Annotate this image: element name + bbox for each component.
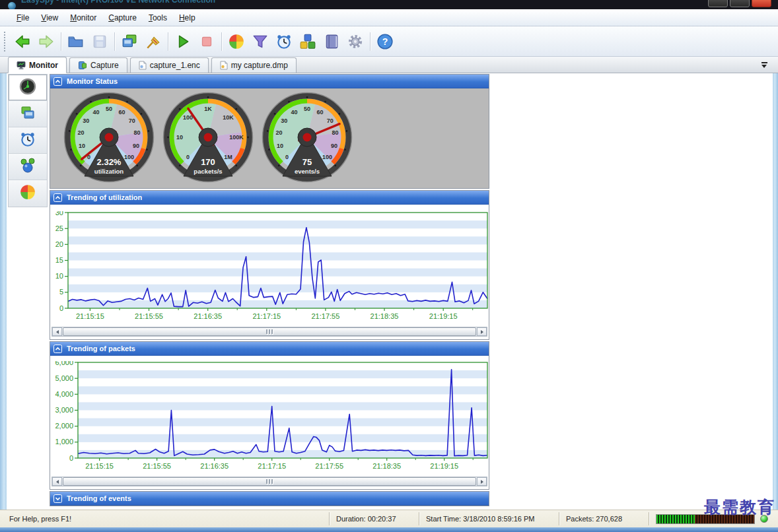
horizontal-scrollbar[interactable]: [52, 477, 487, 486]
menu-bar: File View Monitor Capture Tools Help: [0, 9, 778, 26]
help-icon: ?: [376, 33, 394, 50]
tab-overflow-dropdown-icon[interactable]: [761, 61, 769, 69]
y-axis-label: 0: [69, 454, 73, 462]
gauge-tick-label: 30: [83, 117, 89, 124]
x-axis-label: 21:15:15: [76, 312, 104, 320]
minimize-button[interactable]: [708, 0, 728, 7]
panel-header-monitor-status[interactable]: Monitor Status: [50, 75, 489, 88]
svg-text:?: ?: [382, 36, 388, 47]
x-axis-label: 21:18:35: [372, 462, 401, 470]
panel-title: Trending of packets: [67, 345, 135, 352]
gauge-tick-label: 0: [186, 154, 190, 160]
panel-monitor-status: Monitor Status 01020304050607080901002.3…: [50, 74, 489, 189]
alarm-clock-icon: [19, 131, 36, 150]
tab-label: Monitor: [29, 61, 58, 70]
menu-monitor[interactable]: Monitor: [64, 11, 102, 25]
statistics-button[interactable]: [296, 30, 320, 53]
sidebar-item-statistics[interactable]: [9, 180, 47, 207]
collapse-icon[interactable]: [53, 77, 62, 86]
sidebar-item-monitor-status[interactable]: [9, 75, 47, 101]
gauge-tick-label: 30: [281, 117, 287, 124]
save-icon: [91, 33, 108, 50]
stop-icon: [198, 33, 215, 50]
menu-tools[interactable]: Tools: [143, 11, 173, 25]
log-button[interactable]: [320, 30, 343, 53]
status-duration: Duration: 00:20:37: [329, 512, 419, 525]
help-button[interactable]: ?: [373, 30, 397, 53]
y-axis-label: 5: [59, 288, 63, 296]
collapse-icon[interactable]: [53, 193, 62, 202]
panel-header-trending-packets[interactable]: Trending of packets: [50, 342, 489, 356]
gauge-tick-label: 100: [124, 154, 134, 160]
sidebar-item-events[interactable]: [9, 154, 47, 180]
toolbar-separator: [61, 32, 61, 51]
gauge-tick-label: 100: [322, 154, 332, 160]
menu-file[interactable]: File: [11, 11, 35, 25]
app-window: EasySpy - Intel(R) PRO/100 VE Network Co…: [0, 0, 778, 532]
panel-title: Trending of utilization: [67, 193, 142, 201]
filter-button[interactable]: [248, 30, 272, 53]
close-button[interactable]: [752, 0, 771, 7]
sidebar-item-packets[interactable]: [9, 101, 47, 127]
gauge-tick-label: 0: [285, 154, 289, 160]
tab-capture[interactable]: Capture: [69, 57, 127, 73]
start-button[interactable]: [171, 30, 195, 53]
toolbar-grip[interactable]: [4, 32, 8, 51]
scroll-left-button[interactable]: [52, 477, 62, 486]
packets-trend-svg: 01,0002,0003,0004,0005,0006,00021:15:152…: [50, 361, 489, 473]
menu-view[interactable]: View: [35, 11, 64, 25]
back-button[interactable]: [11, 30, 34, 53]
window-frame-left: [0, 9, 7, 527]
scrollbar-thumb[interactable]: [63, 327, 476, 336]
gauge-tick-label: 10: [176, 134, 183, 141]
schedule-button[interactable]: [272, 30, 296, 53]
x-axis-label: 21:17:15: [258, 462, 286, 470]
window-frame-bottom: [0, 527, 778, 532]
clear-button[interactable]: [141, 30, 165, 53]
toolbar: ?: [0, 26, 778, 57]
gauge-svg-utilization: 01020304050607080901002.32%utilization: [62, 92, 156, 185]
options-button[interactable]: [343, 30, 367, 53]
open-button[interactable]: [64, 30, 88, 53]
toolbar-separator: [370, 32, 371, 51]
pie-graphs-icon: [228, 33, 245, 50]
menu-capture[interactable]: Capture: [102, 11, 143, 25]
tab-monitor[interactable]: Monitor: [8, 57, 67, 73]
scroll-right-button[interactable]: [477, 327, 487, 336]
forward-button[interactable]: [34, 30, 58, 53]
expand-icon[interactable]: [53, 494, 62, 503]
collapse-icon[interactable]: [53, 345, 62, 353]
panel-header-trending-utilization[interactable]: Trending of utilization: [50, 191, 489, 205]
scroll-left-button[interactable]: [52, 327, 62, 336]
gauge-tick-label: 100K: [229, 134, 244, 141]
stop-button[interactable]: [195, 30, 219, 53]
y-axis-label: 10: [55, 272, 63, 280]
tab-my-capture-dmp[interactable]: my capture.dmp: [211, 57, 297, 73]
menu-help[interactable]: Help: [173, 11, 201, 25]
graphs-button[interactable]: [225, 30, 248, 53]
gauge-tick-label: 1K: [204, 106, 212, 112]
y-axis-label: 4,000: [55, 390, 73, 398]
horizontal-scrollbar[interactable]: [52, 327, 487, 337]
toolbar-separator: [221, 32, 222, 51]
maximize-button[interactable]: [730, 0, 750, 7]
scroll-right-button[interactable]: [477, 477, 487, 486]
sidebar-item-schedule[interactable]: [9, 127, 47, 154]
gauge-svg-packets-per-second: 0101001K10K100K1M170packets/s: [161, 92, 255, 185]
open-folder-icon: [67, 33, 85, 50]
view-sidebar: [8, 74, 48, 207]
save-button[interactable]: [88, 30, 112, 53]
select-adapter-button[interactable]: [118, 30, 141, 53]
y-axis-label: 6,000: [55, 361, 73, 366]
utilization-trend-svg: 05101520253021:15:1521:15:5521:16:3521:1…: [50, 211, 489, 323]
scrollbar-thumb[interactable]: [63, 477, 476, 486]
packets-chart-body: 01,0002,0003,0004,0005,0006,00021:15:152…: [50, 356, 489, 486]
tab-label: Capture: [90, 61, 119, 70]
panel-stack: Monitor Status 01020304050607080901002.3…: [50, 74, 489, 508]
panel-header-trending-events[interactable]: Trending of events: [50, 492, 489, 506]
tab-capture-1-enc[interactable]: capture_1.enc: [130, 57, 209, 73]
log-book-icon: [323, 33, 340, 50]
y-axis-label: 30: [55, 211, 63, 216]
statistics-cubes-icon: [299, 33, 316, 50]
x-axis-label: 21:17:55: [315, 462, 343, 470]
